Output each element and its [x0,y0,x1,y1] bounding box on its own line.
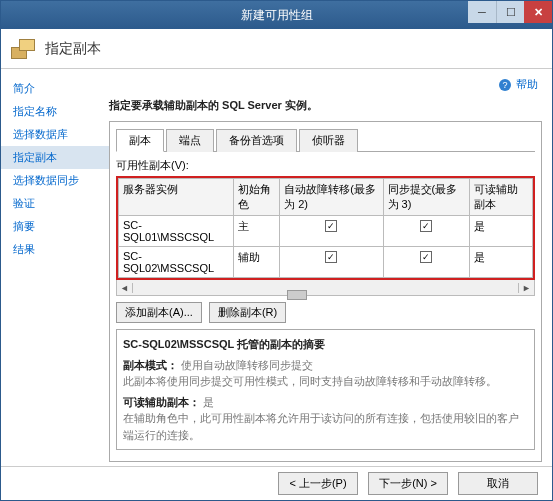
window-controls: ─ ☐ ✕ [468,1,552,23]
wizard-steps-sidebar: 简介指定名称选择数据库指定副本选择数据同步验证摘要结果 [1,69,109,466]
auto-failover-cell[interactable]: ✓ [280,247,383,278]
server-instance-cell: SC-SQL02\MSSCSQL [119,247,234,278]
minimize-button[interactable]: ─ [468,1,496,23]
summary-readable-label: 可读辅助副本： [123,396,200,408]
scroll-right-icon[interactable]: ► [518,283,534,293]
sidebar-item[interactable]: 结果 [1,238,109,261]
summary-mode-desc: 此副本将使用同步提交可用性模式，同时支持自动故障转移和手动故障转移。 [123,373,528,390]
tab-strip: 副本端点备份首选项侦听器 [116,128,535,152]
sidebar-item[interactable]: 验证 [1,192,109,215]
wizard-window: 新建可用性组 ─ ☐ ✕ 指定副本 简介指定名称选择数据库指定副本选择数据同步验… [0,0,553,501]
auto-failover-cell[interactable]: ✓ [280,216,383,247]
summary-mode-value: 使用自动故障转移同步提交 [181,359,313,371]
tab[interactable]: 端点 [166,129,214,152]
table-row[interactable]: SC-SQL02\MSSCSQL辅助✓✓是 [119,247,533,278]
column-header: 服务器实例 [119,179,234,216]
column-header: 同步提交(最多为 3) [383,179,469,216]
tab[interactable]: 侦听器 [299,129,358,152]
replica-summary-panel: SC-SQL02\MSSCSQL 托管的副本的摘要 副本模式： 使用自动故障转移… [116,329,535,450]
availability-replicas-label: 可用性副本(V): [116,158,535,173]
help-link[interactable]: 帮助 [516,78,538,90]
titlebar: 新建可用性组 ─ ☐ ✕ [1,1,552,29]
sync-commit-cell[interactable]: ✓ [383,247,469,278]
sidebar-item[interactable]: 指定名称 [1,100,109,123]
page-header: 指定副本 [1,29,552,69]
sidebar-item[interactable]: 摘要 [1,215,109,238]
server-instance-cell: SC-SQL01\MSSCSQL [119,216,234,247]
summary-readable-value: 是 [203,396,214,408]
replica-table: 服务器实例初始角色自动故障转移(最多为 2)同步提交(最多为 3)可读辅助副本 … [118,178,533,278]
summary-mode-label: 副本模式： [123,359,178,371]
remove-replica-button[interactable]: 删除副本(R) [209,302,286,323]
next-button[interactable]: 下一步(N) > [368,472,448,495]
replica-button-row: 添加副本(A)... 删除副本(R) [116,302,535,323]
help-row: ? 帮助 [109,77,542,92]
table-row[interactable]: SC-SQL01\MSSCSQL主✓✓是 [119,216,533,247]
checkbox-icon[interactable]: ✓ [325,251,337,263]
checkbox-icon[interactable]: ✓ [420,220,432,232]
main-content: ? 帮助 指定要承载辅助副本的 SQL Server 实例。 副本端点备份首选项… [109,69,552,466]
readable-secondary-cell[interactable]: 是 [469,216,533,247]
add-replica-button[interactable]: 添加副本(A)... [116,302,202,323]
sidebar-item[interactable]: 选择数据库 [1,123,109,146]
summary-readable-desc: 在辅助角色中，此可用性副本将允许用于读访问的所有连接，包括使用较旧的客户端运行的… [123,410,528,443]
initial-role-cell: 辅助 [234,247,280,278]
initial-role-cell: 主 [234,216,280,247]
readable-secondary-cell[interactable]: 是 [469,247,533,278]
help-icon: ? [499,79,511,91]
tab[interactable]: 备份首选项 [216,129,297,152]
sidebar-item[interactable]: 简介 [1,77,109,100]
checkbox-icon[interactable]: ✓ [325,220,337,232]
wizard-footer: < 上一步(P) 下一步(N) > 取消 [1,466,552,500]
instruction-text: 指定要承载辅助副本的 SQL Server 实例。 [109,98,542,113]
column-header: 初始角色 [234,179,280,216]
previous-button[interactable]: < 上一步(P) [278,472,358,495]
scroll-left-icon[interactable]: ◄ [117,283,133,293]
replica-panel: 副本端点备份首选项侦听器 可用性副本(V): 服务器实例初始角色自动故障转移(最… [109,121,542,462]
checkbox-icon[interactable]: ✓ [420,251,432,263]
sidebar-item[interactable]: 指定副本 [1,146,109,169]
tab[interactable]: 副本 [116,129,164,152]
cancel-button[interactable]: 取消 [458,472,538,495]
body: 简介指定名称选择数据库指定副本选择数据同步验证摘要结果 ? 帮助 指定要承载辅助… [1,69,552,466]
sync-commit-cell[interactable]: ✓ [383,216,469,247]
horizontal-scrollbar[interactable]: ◄ ► [116,280,535,296]
page-title: 指定副本 [45,40,101,58]
scroll-thumb[interactable] [287,290,307,300]
close-button[interactable]: ✕ [524,1,552,23]
replica-table-highlight: 服务器实例初始角色自动故障转移(最多为 2)同步提交(最多为 3)可读辅助副本 … [116,176,535,280]
sidebar-item[interactable]: 选择数据同步 [1,169,109,192]
maximize-button[interactable]: ☐ [496,1,524,23]
column-header: 可读辅助副本 [469,179,533,216]
replica-icon [11,35,35,63]
summary-title: SC-SQL02\MSSCSQL 托管的副本的摘要 [123,338,325,350]
column-header: 自动故障转移(最多为 2) [280,179,383,216]
